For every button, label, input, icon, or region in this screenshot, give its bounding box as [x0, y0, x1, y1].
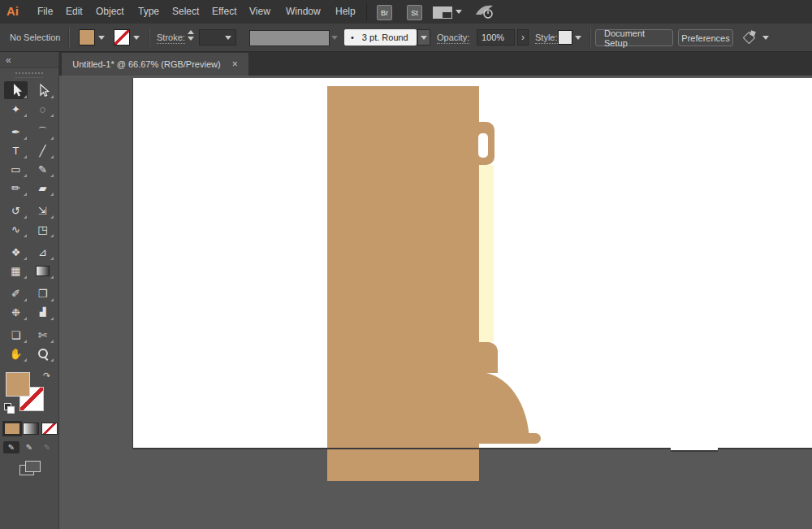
menu-help[interactable]: Help: [335, 6, 356, 17]
app-logo: Ai: [6, 4, 19, 18]
brush-definition-button[interactable]: • 3 pt. Round: [344, 29, 417, 46]
fill-chevron-icon[interactable]: [98, 36, 105, 40]
collapse-panel-button[interactable]: «: [0, 52, 58, 68]
menu-file[interactable]: File: [37, 6, 53, 17]
artwork-mug-body[interactable]: [327, 86, 479, 481]
direct-selection-cursor-icon: [35, 82, 51, 98]
free-transform-tool[interactable]: ◳: [31, 220, 54, 238]
direct-selection-tool[interactable]: [31, 81, 54, 99]
arrange-documents-icon[interactable]: [433, 7, 452, 19]
artwork-base-bump[interactable]: [479, 342, 498, 373]
gradient-mode-button[interactable]: [23, 423, 39, 435]
style-chevron-icon[interactable]: [575, 36, 581, 40]
menu-effect[interactable]: Effect: [212, 6, 236, 17]
draw-normal-button[interactable]: ✎: [3, 441, 19, 453]
rotate-tool[interactable]: ↺: [4, 202, 28, 219]
menu-object[interactable]: Object: [96, 6, 124, 17]
eraser-tool[interactable]: ▰: [31, 179, 54, 197]
brush-chevron-button[interactable]: [417, 29, 430, 46]
stroke-weight-select[interactable]: [199, 29, 236, 46]
menu-view[interactable]: View: [249, 6, 270, 17]
mesh-tool[interactable]: ▦: [4, 262, 28, 280]
draw-behind-button[interactable]: ✎: [21, 441, 37, 453]
menu-type[interactable]: Type: [138, 6, 159, 17]
panel-drag-handle[interactable]: [15, 72, 43, 78]
artboard-left-edge: [132, 78, 133, 448]
brush-name-label: 3 pt. Round: [362, 33, 408, 42]
opacity-more-button[interactable]: ›: [517, 29, 529, 46]
menu-separator: [366, 3, 367, 20]
document-area: [59, 76, 812, 529]
artboard-tool[interactable]: ❏: [4, 326, 28, 344]
menu-bar: Ai File Edit Object Type Select Effect V…: [0, 0, 812, 24]
fill-color-swatch[interactable]: [79, 29, 95, 46]
chevron-down-icon[interactable]: [456, 10, 462, 14]
stock-button[interactable]: St: [407, 5, 422, 20]
bridge-button[interactable]: Br: [377, 5, 392, 20]
fill-proxy-swatch[interactable]: [6, 372, 30, 397]
paint-mode-row: [4, 423, 58, 435]
color-mode-button[interactable]: [4, 423, 20, 435]
document-tab[interactable]: Untitled-1* @ 66.67% (RGB/Preview) ×: [62, 53, 248, 76]
line-segment-tool[interactable]: ╱: [31, 141, 54, 159]
lasso-tool[interactable]: ◌: [31, 100, 54, 118]
paintbrush-tool[interactable]: ✎: [31, 160, 54, 178]
fill-stroke-indicator: ↷: [0, 369, 59, 426]
scale-tool[interactable]: ⇲: [31, 202, 54, 219]
preferences-button[interactable]: Preferences: [678, 29, 733, 46]
pen-tool[interactable]: ✒: [4, 123, 28, 141]
workspace-options-icon[interactable]: [743, 31, 758, 43]
magnifier-icon: [38, 349, 48, 358]
magic-wand-tool[interactable]: ✦: [4, 100, 28, 118]
slice-tool[interactable]: ✄: [31, 326, 54, 344]
opacity-label[interactable]: Opacity:: [437, 33, 469, 44]
column-graph-tool[interactable]: ▟: [31, 303, 54, 321]
gradient-tool[interactable]: [31, 262, 54, 280]
artboard-edge-notch-line: [671, 450, 718, 452]
blend-tool[interactable]: ❐: [31, 284, 54, 302]
menu-window[interactable]: Window: [286, 6, 321, 17]
gradient-icon: [36, 266, 50, 276]
symbol-sprayer-tool[interactable]: ❉: [4, 303, 28, 321]
menu-select[interactable]: Select: [172, 6, 199, 17]
brush-preview-dot: •: [351, 33, 354, 42]
perspective-grid-tool[interactable]: ⊿: [31, 243, 54, 261]
gpu-performance-icon[interactable]: [474, 4, 495, 20]
artwork-base-foot[interactable]: [524, 433, 541, 444]
curvature-tool[interactable]: ⌒: [31, 123, 54, 141]
document-setup-button[interactable]: Document Setup: [595, 29, 673, 46]
style-label[interactable]: Style:: [535, 33, 558, 44]
width-profile-select[interactable]: [249, 30, 330, 46]
tool-grid: ✦ ◌ ✒ ⌒ T ╱ ▭ ✎ ✏ ▰ ↺ ⇲ ∿ ◳ ❖ ⊿: [0, 80, 58, 362]
document-tab-bar: Untitled-1* @ 66.67% (RGB/Preview) ×: [59, 52, 812, 76]
tools-panel: « ✦ ◌ ✒ ⌒ T ╱ ▭ ✎: [0, 52, 59, 529]
zoom-tool[interactable]: [31, 345, 54, 362]
selection-tool[interactable]: [4, 81, 28, 99]
screen-mode-button[interactable]: [19, 461, 41, 475]
document-tab-title: Untitled-1* @ 66.67% (RGB/Preview): [72, 59, 220, 69]
style-swatch[interactable]: [558, 30, 572, 45]
type-tool[interactable]: T: [4, 141, 28, 159]
shape-builder-tool[interactable]: ❖: [4, 243, 28, 261]
stroke-weight-label[interactable]: Stroke:: [157, 33, 185, 44]
illustrator-window: { "app": { "logo": "Ai" }, "menu": { "it…: [0, 0, 812, 529]
opacity-input[interactable]: 100%: [477, 29, 515, 46]
width-tool[interactable]: ∿: [4, 220, 28, 238]
stroke-weight-stepper[interactable]: [188, 30, 194, 41]
swap-fill-stroke-icon[interactable]: ↷: [43, 371, 50, 381]
default-fill-stroke-icon[interactable]: [4, 403, 14, 413]
stroke-color-swatch[interactable]: [114, 29, 130, 46]
rectangle-tool[interactable]: ▭: [4, 160, 28, 178]
shaper-tool[interactable]: ✏: [4, 179, 28, 197]
artwork-highlight-strip[interactable]: [479, 165, 494, 342]
draw-inside-button[interactable]: ✎: [39, 441, 55, 453]
selection-status: No Selection: [10, 33, 60, 42]
menu-edit[interactable]: Edit: [66, 6, 83, 17]
workspace-options-chevron-icon[interactable]: [762, 36, 769, 40]
eyedropper-tool[interactable]: ✐: [4, 284, 28, 302]
hand-tool[interactable]: ✋: [4, 345, 28, 362]
none-mode-button[interactable]: [41, 423, 58, 435]
stroke-chevron-icon[interactable]: [133, 36, 140, 40]
tab-close-icon[interactable]: ×: [232, 59, 238, 70]
selection-cursor-icon: [8, 82, 24, 98]
